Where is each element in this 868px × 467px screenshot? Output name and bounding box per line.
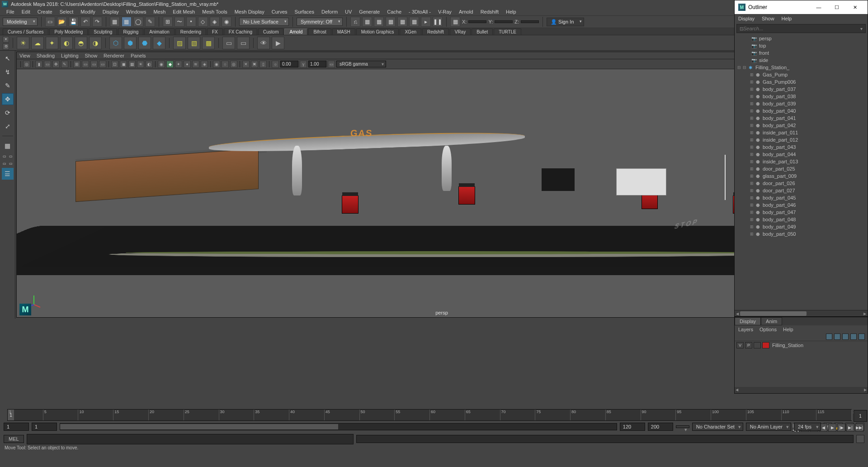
menu-mesh-display[interactable]: Mesh Display (231, 9, 268, 15)
2d-pan-button[interactable]: ✥ (52, 61, 60, 68)
help-menu[interactable]: Help (783, 327, 793, 332)
select-mode-lasso-button[interactable]: ◯ (133, 17, 143, 27)
arnold-flush-button[interactable]: ◆ (153, 37, 165, 49)
outliner-item-side[interactable]: 📷side (735, 57, 868, 64)
last-tool-button[interactable]: ▦ (2, 140, 14, 152)
arnold-render2-button[interactable]: ▭ (237, 37, 250, 49)
arnold-light-mesh-button[interactable]: ✦ (46, 37, 58, 49)
redo-button[interactable]: ↷ (92, 17, 102, 27)
menu-modify[interactable]: Modify (77, 9, 99, 15)
shelf-tab-fx-caching[interactable]: FX Caching (224, 29, 257, 35)
coord-y-field[interactable] (495, 20, 513, 23)
menu-generate[interactable]: Generate (355, 9, 383, 15)
gate-mask-button[interactable]: ▭ (99, 61, 106, 68)
layer-icon-2[interactable] (834, 334, 840, 340)
outliner-item-persp[interactable]: 📷persp (735, 35, 868, 42)
outliner-item-body_part_038[interactable]: ⊞⬣body_part_038 (735, 93, 868, 100)
outliner-item-body_part_039[interactable]: ⊞⬣body_part_039 (735, 100, 868, 107)
anim-tab[interactable]: Anim (761, 317, 782, 325)
snap-view-button[interactable]: ◈ (210, 17, 220, 27)
colorspace-dropdown[interactable]: sRGB gamma (336, 61, 386, 67)
snap-grid-button[interactable]: ⊞ (163, 17, 173, 27)
xray-active-button[interactable]: ✖ (251, 61, 258, 68)
viewport-menu-panels[interactable]: Panels (131, 53, 146, 58)
outliner-button[interactable]: ☰ (2, 168, 14, 180)
step-forward-button[interactable]: |▶ (837, 424, 845, 432)
shelf-tab-curves-surfaces[interactable]: Curves / Surfaces (3, 29, 48, 35)
outliner-item-body_part_048[interactable]: ⊞⬣body_part_048 (735, 216, 868, 223)
scroll-left-icon[interactable]: ◀ (735, 310, 740, 317)
outliner-tree[interactable]: 📷persp📷top📷front📷side⊟⊟✱Filling_Station_… (735, 34, 868, 310)
display-tab[interactable]: Display (735, 317, 761, 325)
bookmark-button[interactable]: ▮ (35, 61, 42, 68)
layer-playback-toggle[interactable]: P (745, 342, 752, 348)
arnold-tx3-button[interactable]: ▩ (202, 37, 215, 49)
outliner-item-door_part_027[interactable]: ⊞⬣door_part_027 (735, 187, 868, 194)
outliner-item-Gas_Pump006[interactable]: ⊞⬣Gas_Pump006 (735, 78, 868, 86)
xyz-button[interactable]: ▦ (450, 17, 460, 27)
outliner-menu-display[interactable]: Display (738, 16, 755, 21)
image-plane-button[interactable]: ▭ (44, 61, 51, 68)
snap-plane-button[interactable]: ◇ (198, 17, 208, 27)
outliner-titlebar[interactable]: M Outliner — ☐ ✕ (735, 0, 868, 14)
layer-row[interactable]: V P Filling_Station (735, 341, 868, 349)
play-start-field[interactable]: 1 (32, 423, 57, 431)
scroll-thumb[interactable] (740, 311, 807, 316)
menu-deform[interactable]: Deform (318, 9, 341, 15)
outliner-search-input[interactable] (743, 26, 860, 31)
scroll-right-icon[interactable]: ▶ (862, 310, 868, 317)
outliner-item-glass_part_009[interactable]: ⊞⬣glass_part_009 (735, 172, 868, 180)
layout-3-button[interactable]: ▭ (2, 161, 7, 166)
dof-button[interactable]: ◉ (213, 61, 220, 68)
menu-mesh[interactable]: Mesh (150, 9, 169, 15)
anim-start-field[interactable]: 1 (4, 423, 29, 431)
anim-layer-dropdown[interactable]: No Anim Layer (746, 423, 791, 431)
select-mode-button[interactable]: ▦ (110, 17, 120, 27)
hq-render-button[interactable]: ◆ (166, 61, 174, 68)
viewport-menu-renderer[interactable]: Renderer (104, 53, 124, 58)
film-gate-button[interactable]: ▭ (82, 61, 89, 68)
script-editor-button[interactable] (856, 435, 864, 443)
menu-v-ray[interactable]: V-Ray (434, 9, 455, 15)
menu-file[interactable]: File (3, 9, 18, 15)
lasso-tool-button[interactable]: ↯ (2, 66, 14, 78)
exposure-icon[interactable]: ☼ (272, 61, 279, 68)
new-scene-button[interactable]: ▭ (45, 17, 55, 27)
save-scene-button[interactable]: 💾 (69, 17, 79, 27)
shelf-tab-bifrost[interactable]: Bifrost (308, 29, 331, 35)
gamma-field[interactable]: 1.00 (308, 61, 326, 67)
outliner-item-body_part_046[interactable]: ⊞⬣body_part_046 (735, 201, 868, 209)
hypershade-button[interactable]: ▦ (409, 17, 419, 27)
search-filter-icon[interactable]: ⊡ (740, 26, 743, 31)
outliner-item-door_part_026[interactable]: ⊞⬣door_part_026 (735, 180, 868, 187)
textured-button[interactable]: ▦ (128, 61, 136, 68)
outliner-item-root[interactable]: ⊟⊟✱Filling_Station_ (735, 64, 868, 71)
select-tool-button[interactable]: ↖ (2, 52, 14, 64)
menu-curves[interactable]: Curves (268, 9, 291, 15)
minimize-button[interactable]: — (810, 2, 828, 13)
layout-4-button[interactable]: ▭ (8, 161, 14, 166)
menu-edit[interactable]: Edit (18, 9, 34, 15)
shelf-edit-button[interactable]: ⚙ (3, 43, 9, 50)
menu-windows[interactable]: Windows (123, 9, 150, 15)
arnold-tx-button[interactable]: ▨ (173, 37, 186, 49)
outliner-item-body_part_049[interactable]: ⊞⬣body_part_049 (735, 223, 868, 230)
shelf-tab-poly-modeling[interactable]: Poly Modeling (49, 29, 88, 35)
go-end-button[interactable]: ▶▶| (855, 424, 863, 432)
render-button[interactable]: ▦ (362, 17, 372, 27)
menu--dtoall-[interactable]: - 3DtoAll - (405, 9, 434, 15)
shelf-tab-mash[interactable]: MASH (332, 29, 355, 35)
step-forward-key-button[interactable]: ▶| (846, 424, 854, 432)
arnold-renderview-button[interactable]: 👁 (257, 37, 270, 49)
outliner-item-body_part_045[interactable]: ⊞⬣body_part_045 (735, 194, 868, 201)
menu-create[interactable]: Create (34, 9, 56, 15)
paint-select-button[interactable]: ✎ (2, 80, 14, 91)
shelf-tab-custom[interactable]: Custom (258, 29, 283, 35)
ipr-button[interactable]: ▦ (374, 17, 384, 27)
shelf-tab-turtle[interactable]: TURTLE (494, 29, 521, 35)
aa-button[interactable]: ◈ (201, 61, 208, 68)
camera-select-button[interactable]: ◎ (23, 61, 30, 68)
outliner-item-body_part_044[interactable]: ⊞⬣body_part_044 (735, 151, 868, 158)
viewport-menu-show[interactable]: Show (85, 53, 98, 58)
xray-button[interactable]: ✦ (175, 61, 182, 68)
